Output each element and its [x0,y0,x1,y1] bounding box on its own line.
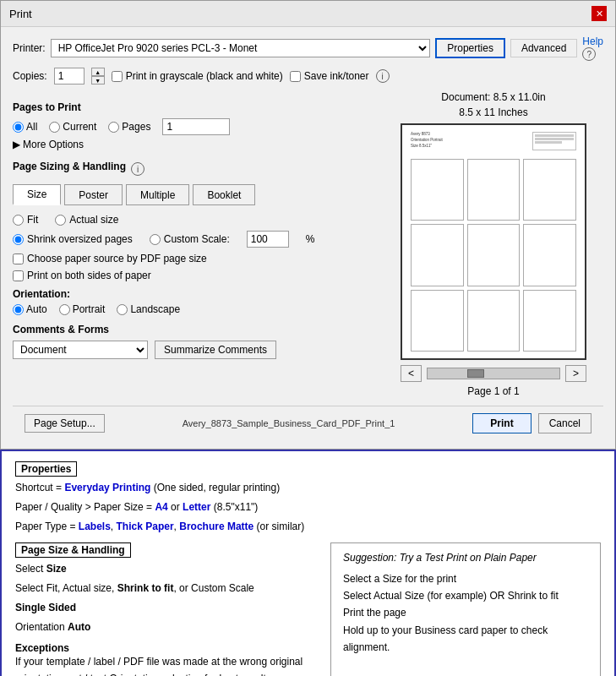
suggestion-line2: Select Actual Size (for example) OR Shri… [343,587,588,604]
page-sizing-info-icon[interactable]: i [131,162,144,176]
tab-poster[interactable]: Poster [64,184,123,205]
tab-booklet[interactable]: Booklet [193,184,255,205]
paper-type-line: Paper Type = Labels, Thick Paper, Brochu… [15,519,601,535]
cancel-button[interactable]: Cancel [538,413,591,433]
orientation-radio-row: Auto Portrait Landscape [13,303,373,315]
summarize-comments-button[interactable]: Summarize Comments [155,341,276,359]
actual-size-radio-label[interactable]: Actual size [55,214,118,226]
comments-forms-section: Comments & Forms Document Summarize Comm… [13,324,373,359]
auto-radio[interactable] [13,304,24,315]
advanced-button[interactable]: Advanced [510,39,577,57]
page-slider[interactable] [427,368,560,379]
pages-radio-label[interactable]: Pages [108,121,150,133]
save-ink-checkbox[interactable] [290,71,301,82]
close-button[interactable]: ✕ [591,6,607,21]
both-sides-checkbox-label[interactable]: Print on both sides of paper [13,270,373,281]
more-options[interactable]: ▶ More Options [13,139,373,150]
portrait-radio-label[interactable]: Portrait [59,303,106,315]
save-ink-info-icon[interactable]: i [376,69,390,83]
pages-to-print-section: Pages to Print All Current Pages [13,101,373,150]
help-icon: ? [582,47,596,61]
landscape-radio[interactable] [117,304,128,315]
dialog-content: Printer: HP OfficeJet Pro 9020 series PC… [1,27,615,449]
suggestion-line3: Print the page [343,604,588,621]
paper-type-thick: Thick Paper [117,521,174,532]
exceptions-area: Exceptions If your template / label / PD… [15,642,317,676]
preview-card [467,159,521,221]
fit-radio-label[interactable]: Fit [13,214,38,226]
shortcut-highlight: Everyday Printing [64,482,150,493]
info-left: Page Size & Handling Select Size Select … [15,542,317,676]
orientation-title: Orientation: [13,288,70,300]
print-button[interactable]: Print [472,413,531,433]
tab-size[interactable]: Size [13,184,61,205]
printer-select[interactable]: HP OfficeJet Pro 9020 series PCL-3 - Mon… [51,39,431,57]
properties-section-title: Properties [15,461,77,477]
both-sides-checkbox[interactable] [13,270,24,281]
current-radio-label[interactable]: Current [49,121,96,133]
title-bar: Print ✕ [1,1,615,27]
size-bold: Size [46,563,67,575]
fit-row: Fit Actual size [13,214,373,226]
paper-quality-line: Paper / Quality > Paper Size = A4 or Let… [15,499,601,515]
custom-scale-input[interactable] [247,231,289,248]
printer-label: Printer: [13,42,46,54]
pages-radio[interactable] [108,122,119,133]
preview-header-area: Avery 8873Orientation PortraitSize 8.5x1… [411,132,576,155]
info-right: Suggestion: Try a Test Print on Plain Pa… [330,542,601,676]
custom-scale-radio[interactable] [150,234,161,245]
properties-button[interactable]: Properties [435,38,505,58]
comments-row: Document Summarize Comments [13,341,373,359]
spin-up-button[interactable]: ▲ [91,68,105,76]
orientation-line: Orientation Auto [15,619,317,635]
auto-radio-label[interactable]: Auto [13,303,47,315]
preview-card [411,290,464,352]
next-page-button[interactable]: > [565,365,586,382]
triangle-icon: ▶ [13,139,20,150]
shrink-radio[interactable] [13,234,24,245]
preview-card [411,159,464,221]
copies-label: Copies: [13,70,47,82]
page-sizing-section: Page Sizing & Handling i Size Poster Mul… [13,161,373,281]
info-panel: Properties Shortcut = Everyday Printing … [0,450,616,676]
doc-info: Document: 8.5 x 11.0in [441,91,545,103]
preview-card [523,224,576,286]
copies-row: Copies: ▲ ▼ Print in grayscale (black an… [13,68,603,84]
preview-text-left: Avery 8873Orientation PortraitSize 8.5x1… [411,132,443,149]
preview-legend-line1 [535,134,574,137]
page-indicator: Page 1 of 1 [467,385,519,397]
pages-input[interactable] [162,118,230,135]
single-sided-bold: Single Sided [15,602,76,613]
fit-radio[interactable] [13,215,24,226]
preview-nav: < > [401,365,586,382]
page-sizing-title: Page Sizing & Handling [13,161,126,172]
copies-input[interactable] [54,68,84,84]
spin-down-button[interactable]: ▼ [91,76,105,84]
landscape-radio-label[interactable]: Landscape [117,303,180,315]
pdf-source-checkbox-label[interactable]: Choose paper source by PDF page size [13,253,373,264]
actual-size-radio[interactable] [55,215,66,226]
grayscale-checkbox-label[interactable]: Print in grayscale (black and white) [112,70,283,82]
pages-to-print-title: Pages to Print [13,101,373,113]
comments-forms-title: Comments & Forms [13,324,373,335]
shrink-row: Shrink oversized pages Custom Scale: % [13,231,373,248]
comments-select[interactable]: Document [13,341,148,359]
pdf-source-checkbox[interactable] [13,254,24,264]
grayscale-checkbox[interactable] [112,71,123,82]
pages-radio-row: All Current Pages [13,118,373,135]
right-panel: Document: 8.5 x 11.0in 8.5 x 11 Inches A… [384,91,603,397]
save-ink-checkbox-label[interactable]: Save ink/toner [290,70,369,82]
preview-legend-line3 [535,141,562,144]
portrait-radio[interactable] [59,304,70,315]
all-radio-label[interactable]: All [13,121,37,133]
custom-scale-radio-label[interactable]: Custom Scale: [150,233,230,245]
shrink-radio-label[interactable]: Shrink oversized pages [13,233,133,245]
page-setup-button[interactable]: Page Setup... [25,414,105,433]
prev-page-button[interactable]: < [401,365,422,382]
help-link[interactable]: Help ? [582,35,603,61]
preview-legend [532,132,576,150]
tab-multiple[interactable]: Multiple [126,184,189,205]
all-radio[interactable] [13,122,24,133]
current-radio[interactable] [49,122,60,133]
preview-card [523,290,576,352]
